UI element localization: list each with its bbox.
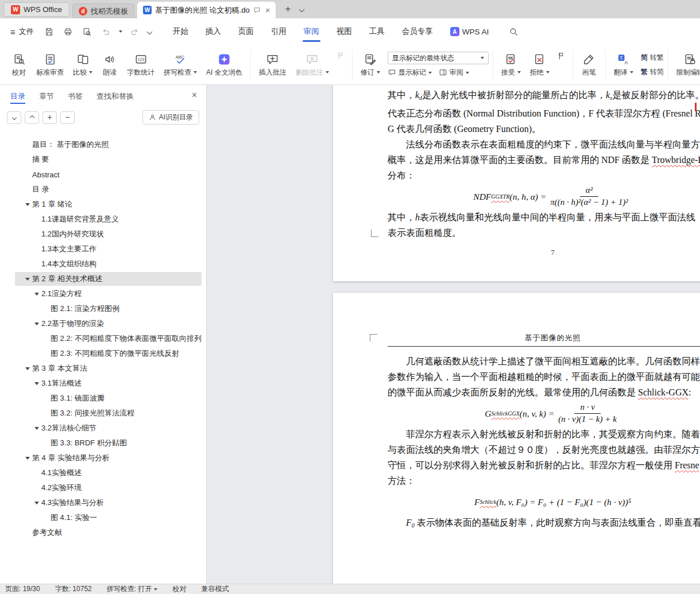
traditional-to-simplified-button[interactable]: 繁 转简 bbox=[641, 67, 664, 77]
document-tab[interactable]: 基于图像的光照 论文初稿.do bbox=[137, 2, 276, 18]
file-menu-button[interactable]: 文件 bbox=[6, 26, 38, 37]
doc-text-line[interactable]: 表示表面粗糙度。 bbox=[388, 225, 700, 240]
outline-item[interactable]: 图 3.3: BRDF 积分贴图 bbox=[0, 436, 206, 451]
quick-access-more-icon[interactable] bbox=[146, 29, 152, 34]
print-button[interactable] bbox=[62, 25, 75, 38]
status-proofread[interactable]: 校对 bbox=[172, 584, 186, 594]
document-page-1[interactable]: 其中，kd是入射光线中被折射部分的能量所占的比率，ks是被反射部分的比率。代表正… bbox=[333, 85, 700, 281]
outline-item[interactable]: 目 录 bbox=[0, 182, 206, 197]
doc-text-line[interactable]: 与表面法线的夹角增大（不超过９０度），反射光亮度也就越强。由菲涅尔方 bbox=[388, 442, 700, 457]
insert-comment-button[interactable]: 插入批注 bbox=[255, 51, 291, 79]
outline-collapse-button[interactable] bbox=[7, 111, 21, 124]
menu-tab-insert[interactable]: 插入 bbox=[197, 18, 230, 45]
menu-tab-member[interactable]: 会员专享 bbox=[393, 18, 442, 45]
outline-promote-button[interactable] bbox=[42, 111, 57, 124]
outline-item[interactable]: 图 3.2: 间接光照算法流程 bbox=[0, 406, 206, 421]
review-pane-button[interactable]: 审阅 bbox=[439, 68, 469, 77]
outline-item[interactable]: 1.2国内外研究现状 bbox=[0, 227, 206, 242]
outline-item[interactable]: 4.3实验结果与分析 bbox=[0, 495, 206, 510]
outline-item[interactable]: 2.1渲染方程 bbox=[0, 286, 206, 301]
status-page-indicator[interactable]: 页面: 19/30 bbox=[5, 584, 40, 594]
doc-text-line[interactable]: 方法： bbox=[388, 473, 700, 488]
document-page-2[interactable]: 基于图像的光照 几何遮蔽函数从统计学上描述了微平面间相互遮蔽的比率。几何函数同样… bbox=[333, 293, 700, 584]
outline-item[interactable]: 4.1实验概述 bbox=[0, 465, 206, 480]
doc-text-line[interactable]: 分布： bbox=[388, 168, 700, 183]
markup-state-select[interactable]: 显示标记的最终状态 bbox=[388, 52, 489, 64]
collapse-arrow-icon[interactable] bbox=[32, 382, 41, 385]
collapse-arrow-icon[interactable] bbox=[32, 427, 41, 430]
next-comment-button[interactable] bbox=[334, 50, 348, 61]
collapse-arrow-icon[interactable] bbox=[32, 293, 41, 296]
pen-button[interactable]: 画笔 bbox=[577, 51, 601, 79]
close-sidebar-icon[interactable] bbox=[192, 91, 197, 100]
redo-button[interactable] bbox=[129, 25, 141, 38]
undo-button[interactable] bbox=[100, 25, 113, 38]
outline-item[interactable]: 3.1算法概述 bbox=[0, 376, 206, 391]
doc-text-line[interactable]: 几何遮蔽函数从统计学上描述了微平面间相互遮蔽的比率。几何函数同样 bbox=[388, 354, 700, 369]
doc-text-line[interactable]: 的微平面从而减少表面所反射的光线。最常使用的几何函数是 Schlick-GGX: bbox=[388, 385, 700, 400]
simplified-to-traditional-button[interactable]: 简 转繁 bbox=[641, 53, 664, 63]
new-tab-button[interactable] bbox=[281, 3, 294, 15]
collapse-arrow-icon[interactable] bbox=[23, 367, 32, 370]
close-tab-icon[interactable] bbox=[265, 6, 270, 14]
undo-dropdown-icon[interactable] bbox=[119, 30, 122, 33]
ai-polish-button[interactable]: AI 全文润色 bbox=[202, 51, 246, 79]
collapse-arrow-icon[interactable] bbox=[23, 457, 32, 460]
collapse-arrow-icon[interactable] bbox=[23, 278, 32, 281]
menu-tab-home[interactable]: 开始 bbox=[164, 18, 197, 45]
reject-revision-button[interactable]: 拒绝 bbox=[526, 51, 554, 79]
menu-tab-page[interactable]: 页面 bbox=[230, 18, 262, 45]
status-spell-check[interactable]: 拼写检查: 打开 bbox=[107, 584, 158, 594]
standard-review-button[interactable]: 标准审查 bbox=[32, 51, 68, 79]
accept-revision-button[interactable]: 接受 bbox=[497, 51, 525, 79]
outline-item[interactable]: 2.2基于物理的渲染 bbox=[0, 316, 206, 331]
menu-tab-wps-ai[interactable]: WPS AI bbox=[442, 18, 498, 45]
outline-item[interactable]: 题目： 基于图像的光照 bbox=[0, 137, 206, 152]
outline-demote-button[interactable] bbox=[60, 111, 75, 124]
outline-item[interactable]: 第 3 章 本文算法 bbox=[0, 361, 206, 376]
status-compat-mode[interactable]: 兼容模式 bbox=[201, 584, 229, 594]
collapse-arrow-icon[interactable] bbox=[23, 203, 32, 206]
outline-item[interactable]: 1.4本文组织结构 bbox=[0, 257, 206, 271]
doc-formula-line[interactable]: FSchlick(h, v, F₀) = F₀ + (1 − F₀)(1 − (… bbox=[388, 488, 700, 515]
delete-comment-button[interactable]: 删除批注 bbox=[292, 51, 333, 79]
outline-expand-button[interactable] bbox=[25, 111, 39, 124]
outline-item[interactable]: 第 2 章 相关技术概述 bbox=[0, 271, 206, 286]
outline-item[interactable]: 第 1 章 绪论 bbox=[0, 197, 206, 212]
outline-item[interactable]: 图 2.1: 渲染方程图例 bbox=[0, 301, 206, 316]
sidebar-tab-bookmarks[interactable]: 书签 bbox=[68, 85, 83, 108]
search-button[interactable] bbox=[506, 25, 520, 38]
outline-item[interactable]: 图 2.3: 不同粗糙度下的微平面光线反射 bbox=[0, 346, 206, 361]
ai-recognize-toc-button[interactable]: AI识别目录 bbox=[142, 110, 199, 125]
doc-text-line[interactable]: G 代表几何函数 (Geometry Function)。 bbox=[388, 121, 700, 137]
doc-formula-line[interactable]: NDFGGXTR(n, h, α) = α²π((n · h)²(α² − 1)… bbox=[388, 183, 700, 209]
compare-button[interactable]: 比较 bbox=[69, 51, 96, 79]
sidebar-tab-toc[interactable]: 目录 bbox=[10, 85, 25, 108]
sidebar-tab-find-replace[interactable]: 查找和替换 bbox=[96, 85, 134, 108]
comment-bubble-icon[interactable] bbox=[253, 6, 261, 14]
menu-tab-tools[interactable]: 工具 bbox=[361, 18, 393, 45]
status-word-count[interactable]: 字数: 10752 bbox=[55, 584, 92, 594]
tab-list-chevron-icon[interactable] bbox=[299, 7, 305, 13]
menu-tab-review[interactable]: 审阅 bbox=[295, 18, 328, 45]
proofread-button[interactable]: 校对 bbox=[7, 51, 31, 79]
outline-item[interactable]: Abstract bbox=[0, 167, 206, 182]
spell-check-button[interactable]: ABC 拼写检查 bbox=[160, 51, 201, 79]
collapse-arrow-icon[interactable] bbox=[32, 502, 41, 504]
doc-formula-line[interactable]: GSchlickGGX(n, v, k) = n · v(n · v)(1 − … bbox=[388, 400, 700, 426]
doc-text-line[interactable]: 法线分布函数表示在表面粗糙度的约束下，微平面法线向量与半程向量方向 bbox=[388, 137, 700, 152]
doc-text-line[interactable]: 其中，h表示视线向量和光线向量中间的半程向量，用来与平面上微平面法线 bbox=[388, 209, 700, 225]
outline-item[interactable]: 摘 要 bbox=[0, 152, 206, 167]
read-aloud-button[interactable]: 朗读 bbox=[98, 51, 122, 79]
doc-text-line[interactable]: F0 表示物体表面的基础反射率，此时观察方向与表面法线重合，即垂直看 bbox=[388, 515, 700, 533]
sidebar-tab-chapters[interactable]: 章节 bbox=[39, 85, 54, 108]
doc-text-line[interactable]: 其中，kd是入射光线中被折射部分的能量所占的比率，ks是被反射部分的比率。 bbox=[388, 87, 700, 106]
outline-item[interactable]: 1.1课题研究背景及意义 bbox=[0, 212, 206, 227]
doc-text-line[interactable]: 菲涅尔方程表示入射光线被反射和折射的比率，其受观察方向约束。随着 bbox=[388, 426, 700, 442]
outline-item[interactable]: 4.2实验环境 bbox=[0, 480, 206, 495]
docer-template-tab[interactable]: 找稻壳模板 bbox=[72, 3, 134, 18]
outline-item[interactable]: 参考文献 bbox=[0, 525, 206, 540]
word-count-button[interactable]: 123 字数统计 bbox=[123, 51, 158, 79]
outline-item[interactable]: 3.2算法核心细节 bbox=[0, 421, 206, 436]
restrict-editing-button[interactable]: 限制编辑 bbox=[672, 51, 700, 79]
